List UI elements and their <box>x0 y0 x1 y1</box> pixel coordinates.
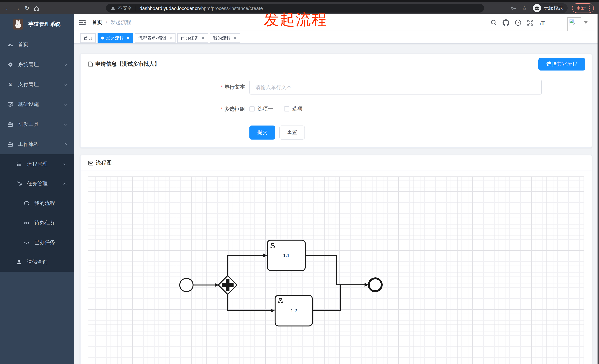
sidebar-item-label: 已办任务 <box>34 239 55 246</box>
breadcrumb: 首页 / 发起流程 <box>92 14 131 31</box>
security-chip[interactable]: 不安全 <box>110 5 132 11</box>
sidebar-item-system[interactable]: 系统管理 <box>0 55 74 75</box>
checkbox-option-1[interactable] <box>249 106 255 111</box>
chevron-up-icon <box>63 182 67 186</box>
chat-face-icon <box>24 200 30 206</box>
sidebar-item-leave-query[interactable]: 请假查询 <box>0 252 74 272</box>
incognito-icon <box>533 4 541 12</box>
sidebar-item-label: 我的流程 <box>34 200 55 207</box>
toolbox-icon <box>7 121 13 127</box>
help-icon[interactable]: ? <box>515 19 522 26</box>
sidebar-item-todo-tasks[interactable]: 待办任务 <box>0 213 74 233</box>
avatar[interactable] <box>567 17 581 31</box>
github-icon[interactable] <box>503 19 509 26</box>
app-title: 芋道管理系统 <box>28 21 61 28</box>
caret-down-icon[interactable] <box>584 21 588 24</box>
tab-done-tasks[interactable]: 已办任务✕ <box>177 33 208 43</box>
chevron-down-icon <box>63 82 67 86</box>
sidebar-item-label: 任务管理 <box>27 180 48 187</box>
task-label: 1.2 <box>291 308 297 313</box>
eye-closed-icon <box>24 239 30 245</box>
sidebar-item-task-mgmt[interactable]: 任务管理 <box>0 174 74 194</box>
single-text-input[interactable] <box>249 80 542 94</box>
tab-start-process[interactable]: 发起流程✕ <box>97 33 133 43</box>
reset-button[interactable]: 重置 <box>279 126 305 140</box>
back-arrow-icon[interactable]: ← <box>3 2 13 14</box>
sidebar-logo-row[interactable]: 芋道管理系统 <box>0 14 74 35</box>
sidebar-item-home[interactable]: 首页 <box>0 35 74 55</box>
sidebar-submenu-workflow: 流程管理 任务管理 我的流程 <box>0 154 74 272</box>
field-label-checkbox-group: *多选框组 <box>80 106 245 113</box>
tab-home[interactable]: 首页 <box>80 33 96 43</box>
task-label: 1.1 <box>283 253 290 258</box>
star-icon[interactable]: ☆ <box>521 5 528 11</box>
sidebar: 芋道管理系统 首页 系统管理 ¥ 支付管理 <box>0 14 74 364</box>
sidebar-item-label: 支付管理 <box>18 81 39 88</box>
tab-my-process[interactable]: 我的流程✕ <box>210 33 240 43</box>
sidebar-item-label: 流程管理 <box>27 161 48 167</box>
tab-form-edit[interactable]: 流程表单-编辑✕ <box>135 33 176 43</box>
apply-info-card-header: 申请信息【测试多审批人】 <box>80 54 592 74</box>
sidebar-item-done-tasks[interactable]: 已办任务 <box>0 233 74 252</box>
process-diagram-card-header: 流程图 <box>80 155 592 171</box>
sidebar-item-label: 请假查询 <box>27 259 48 265</box>
tab-label: 首页 <box>84 35 92 41</box>
yen-icon: ¥ <box>7 82 13 87</box>
reload-icon[interactable]: ↻ <box>22 2 32 14</box>
chevron-down-icon <box>63 162 67 165</box>
checkbox-option-2[interactable] <box>284 106 289 111</box>
submit-button[interactable]: 提交 <box>249 126 275 140</box>
update-label: 更新 <box>576 5 586 11</box>
active-dot-icon <box>101 37 104 40</box>
process-diagram-title: 流程图 <box>96 160 112 167</box>
checkbox-group: 选项一 选项二 <box>249 106 308 112</box>
key-icon[interactable] <box>510 5 517 11</box>
tab-close-icon[interactable]: ✕ <box>126 36 130 40</box>
sidebar-item-my-process[interactable]: 我的流程 <box>0 194 74 213</box>
sidebar-item-label: 研发工具 <box>18 121 39 128</box>
nodes-icon <box>16 181 22 187</box>
kebab-menu-icon[interactable] <box>589 6 590 11</box>
url-text: dashboard.yudao.iocoder.cn/bpm/process-i… <box>140 5 263 11</box>
sidebar-item-infra[interactable]: 基础设施 <box>0 94 74 114</box>
monitor-icon <box>7 102 13 107</box>
checkbox-label[interactable]: 选项一 <box>257 106 273 112</box>
sidebar-item-label: 系统管理 <box>18 61 39 68</box>
tab-close-icon[interactable]: ✕ <box>169 36 172 40</box>
eye-icon <box>24 220 30 226</box>
omnibox-divider <box>135 6 136 11</box>
font-size-icon[interactable]: TT <box>539 19 545 26</box>
sidebar-item-process-mgmt[interactable]: 流程管理 <box>0 154 74 174</box>
main-area: 首页 / 发起流程 ? <box>74 14 599 364</box>
search-icon[interactable] <box>491 19 497 26</box>
breadcrumb-home[interactable]: 首页 <box>92 19 102 26</box>
sidebar-item-workflow[interactable]: 工作流程 <box>0 134 74 154</box>
rabbit-avatar <box>13 19 23 30</box>
tab-close-icon[interactable]: ✕ <box>201 36 204 40</box>
select-other-process-button[interactable]: 选择其它流程 <box>538 58 585 70</box>
tab-close-icon[interactable]: ✕ <box>233 36 237 40</box>
document-icon <box>88 61 93 67</box>
warning-icon <box>110 6 116 11</box>
security-label: 不安全 <box>118 5 132 11</box>
tags-view-bar: 首页 发起流程✕ 流程表单-编辑✕ 已办任务✕ 我的流程✕ <box>74 31 599 43</box>
briefcase-icon <box>7 141 13 147</box>
sidebar-item-devtools[interactable]: 研发工具 <box>0 114 74 134</box>
hamburger-icon[interactable] <box>79 19 86 26</box>
url-host: dashboard.yudao.iocoder.cn <box>140 5 200 11</box>
gear-icon <box>7 62 13 68</box>
sidebar-item-payment[interactable]: ¥ 支付管理 <box>0 75 74 94</box>
forward-arrow-icon[interactable]: → <box>13 2 22 14</box>
apply-info-card: 申请信息【测试多审批人】 选择其它流程 *单行文本 *多选框组 选项一 选项二 … <box>80 53 592 148</box>
sidebar-item-label: 基础设施 <box>18 101 39 108</box>
checkbox-label[interactable]: 选项二 <box>292 106 308 112</box>
home-icon[interactable] <box>32 2 41 14</box>
fullscreen-icon[interactable] <box>527 19 534 26</box>
app-header: 首页 / 发起流程 ? <box>74 14 599 31</box>
bpmn-canvas[interactable]: 1.1 1.2 <box>88 177 584 364</box>
update-button[interactable]: 更新 <box>572 3 594 13</box>
incognito-label: 无痕模式 <box>544 5 563 11</box>
required-asterisk: * <box>221 84 223 90</box>
page-content: 申请信息【测试多审批人】 选择其它流程 *单行文本 *多选框组 选项一 选项二 … <box>74 44 599 364</box>
list-icon <box>16 161 22 167</box>
